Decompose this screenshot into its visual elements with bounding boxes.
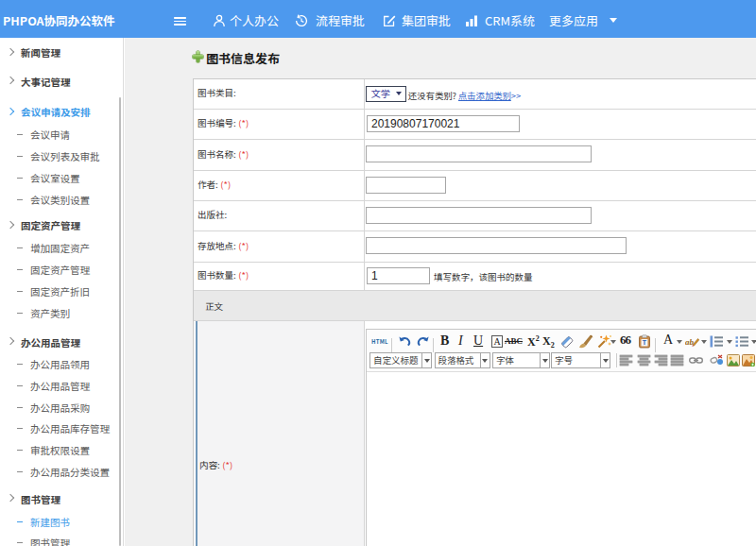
svg-text:T: T (643, 339, 647, 346)
